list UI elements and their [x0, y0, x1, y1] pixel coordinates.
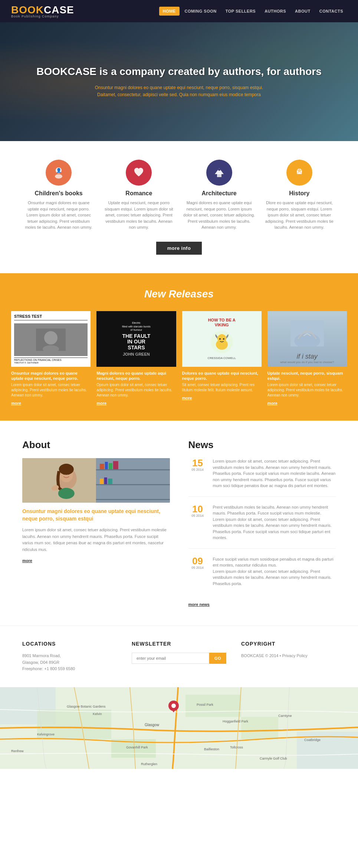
svg-point-33: [63, 473, 65, 475]
book-desc-stars: Opsum ipsum dolor sit amet, consec tetue…: [96, 382, 176, 398]
book-title-stress: Onsuntur magni dolores eo quane uptate e…: [11, 371, 91, 381]
svg-rect-21: [96, 484, 170, 485]
book-item-stress-test: STRESS TEST REFLECTIONS ON FINANCIAL CRI…: [11, 311, 91, 406]
newsletter-title: NEWSLETTER: [132, 641, 226, 647]
about-body: Lorem ipsum dolor sit amet, consec tetue…: [22, 527, 170, 553]
svg-text:Baillieston: Baillieston: [204, 747, 219, 751]
book-electric-text: Electricfilled with starcato burstsof hu…: [99, 321, 174, 332]
news-item-3: 09 05 2014 Fusce sucipit varius mum sosi…: [188, 556, 336, 594]
svg-rect-29: [108, 479, 112, 484]
stay-author-text: what would you do if you had to choose?: [270, 360, 344, 364]
nav-authors[interactable]: AUTHORS: [261, 7, 290, 16]
svg-text:Tollcross: Tollcross: [230, 745, 243, 749]
svg-point-9: [44, 331, 58, 345]
map-svg: Glasgow Glasgow Botanic Gardens Possil P…: [0, 687, 358, 769]
book-item-fault-stars: Electricfilled with starcato burstsof hu…: [96, 311, 176, 406]
locations-title: LOCATIONS: [22, 641, 117, 647]
svg-rect-25: [109, 463, 112, 469]
book-more-stay[interactable]: more: [267, 401, 277, 405]
svg-point-5: [218, 169, 220, 171]
book-cover-fault-stars: Electricfilled with starcato burstsof hu…: [96, 311, 176, 367]
category-children: 👤 Children's books Onsuntur magni dolore…: [22, 160, 95, 231]
svg-point-59: [171, 704, 176, 708]
svg-text:Rutherglen: Rutherglen: [141, 762, 157, 766]
news-title: News: [188, 439, 336, 451]
hero-content: BOOKCASE is a company created by authors…: [29, 58, 329, 106]
news-p1-3: Fusce sucipit varius mum sosidoque penai…: [213, 556, 336, 568]
history-label: History: [263, 190, 336, 197]
footer-newsletter: NEWSLETTER GO: [132, 641, 226, 672]
map-section: Glasgow Glasgow Botanic Gardens Possil P…: [0, 687, 358, 769]
more-news-link[interactable]: more news: [188, 602, 210, 607]
romance-desc: Uptate equi nesciunt, neque porro sisqua…: [102, 200, 175, 231]
newsletter-form: GO: [132, 653, 226, 664]
main-nav: HOME COMING SOON TOP SELLERS AUTHORS ABO…: [159, 7, 347, 16]
hero-headline: BOOKCASE is a company created by authors…: [36, 65, 322, 78]
header: BOOKCASE Book Publishing Company HOME CO…: [0, 0, 358, 22]
book-item-viking: HOW TO BE AVIKING CRESSIDA COWELL: [182, 311, 262, 406]
svg-text:👤: 👤: [56, 167, 62, 173]
about-highlight: Onsuntur magni dolores eo quane uptate e…: [22, 508, 170, 522]
svg-text:Kelvin: Kelvin: [93, 712, 102, 716]
more-info-button[interactable]: more info: [156, 242, 202, 255]
news-date-2: 10 05 2014: [188, 504, 207, 541]
svg-text:Carntyne: Carntyne: [278, 714, 292, 718]
history-icon: [286, 160, 312, 186]
news-text-3: Fusce sucipit varius mum sosidoque penai…: [213, 556, 336, 587]
book-info-viking: Dolores eo quane uptate equi nesciunt, n…: [182, 371, 262, 401]
news-p2-1: Phasellus porta. Fusce sucipit varius mu…: [213, 470, 336, 489]
category-history: History Dlore eo quane uptate equi nesci…: [263, 160, 336, 231]
nav-coming-soon[interactable]: COMING SOON: [181, 7, 220, 16]
stay-title-text: if i stay: [270, 353, 344, 360]
locations-address: 8901 Marmora Road, Glasgow, D04 89GR Fre…: [22, 653, 117, 672]
book-our-text: IN OUR: [99, 339, 174, 345]
logo-part2: CASE: [44, 4, 74, 16]
book-more-stars[interactable]: more: [96, 401, 106, 405]
newsletter-input[interactable]: [132, 653, 209, 664]
about-title: About: [22, 439, 170, 451]
nav-top-sellers[interactable]: TOP SELLERS: [222, 7, 260, 16]
svg-rect-22: [96, 499, 170, 500]
logo-container: BOOKCASE Book Publishing Company: [11, 4, 77, 18]
book-title-viking: Dolores eo quane uptate equi nesciunt, n…: [182, 371, 262, 381]
footer-locations: LOCATIONS 8901 Marmora Road, Glasgow, D0…: [22, 641, 117, 672]
nav-contacts[interactable]: CONTACTS: [316, 7, 347, 16]
svg-text:Renfrew: Renfrew: [11, 749, 24, 753]
news-text-1: Lorem ipsum dolor sit amet, consec tetue…: [213, 458, 336, 489]
book-more-stress[interactable]: more: [11, 401, 21, 405]
svg-point-1: [55, 174, 62, 179]
footer-copyright: COPYRIGHT BOOKCASE © 2014 • Privacy Poli…: [241, 641, 336, 672]
nav-home[interactable]: HOME: [159, 7, 180, 16]
book-more-viking[interactable]: more: [182, 396, 192, 400]
book-stars-text: STARS: [99, 345, 174, 350]
news-item-1: 15 05 2014 Lorem ipsum dolor sit amet, c…: [188, 458, 336, 497]
about-more-link[interactable]: more: [22, 558, 32, 563]
svg-text:Possil Park: Possil Park: [197, 703, 214, 707]
news-day-3: 09: [188, 556, 207, 566]
category-romance: Romance Uptate equi nesciunt, neque porr…: [102, 160, 175, 231]
about-news-section: About: [0, 421, 358, 626]
book-cover-stress-test: STRESS TEST REFLECTIONS ON FINANCIAL CRI…: [11, 311, 91, 367]
children-icon: 👤: [46, 160, 72, 186]
footer-top: LOCATIONS 8901 Marmora Road, Glasgow, D0…: [0, 626, 358, 687]
book-desc-viking: Sit amet, consec tetuer adipiscing. Pren…: [182, 382, 262, 393]
news-item-2: 10 05 2014 Prent vestibulum moles tie la…: [188, 504, 336, 549]
hero-section: BOOKCASE is a company created by authors…: [0, 22, 358, 141]
children-label: Children's books: [22, 190, 95, 197]
new-releases-title: New Releases: [11, 288, 347, 300]
newsletter-submit[interactable]: GO: [209, 653, 226, 664]
hero-body: Onsuntur magni dolores eo quane uptate e…: [86, 84, 272, 98]
books-grid: STRESS TEST REFLECTIONS ON FINANCIAL CRI…: [11, 311, 347, 406]
svg-text:Carmyle Golf Club: Carmyle Golf Club: [260, 757, 287, 760]
svg-rect-23: [100, 464, 104, 469]
news-p1-2: Prent vestibulum moles tie lacuihs. Aene…: [213, 504, 336, 516]
news-month-1: 05 2014: [188, 468, 207, 471]
children-desc: Onsuntur magni dolores eo quane uptate e…: [22, 200, 95, 231]
romance-icon: [126, 160, 152, 186]
svg-rect-26: [113, 461, 118, 469]
svg-text:Govanhill Park: Govanhill Park: [126, 745, 148, 749]
history-desc: Dlore eo quane uptate equi nesciunt, neq…: [263, 200, 336, 231]
news-date-3: 09 05 2014: [188, 556, 207, 587]
news-p2-3: Lorem ipsum dolor sit amet, consec tetue…: [213, 568, 336, 587]
nav-about[interactable]: ABOUT: [291, 7, 314, 16]
